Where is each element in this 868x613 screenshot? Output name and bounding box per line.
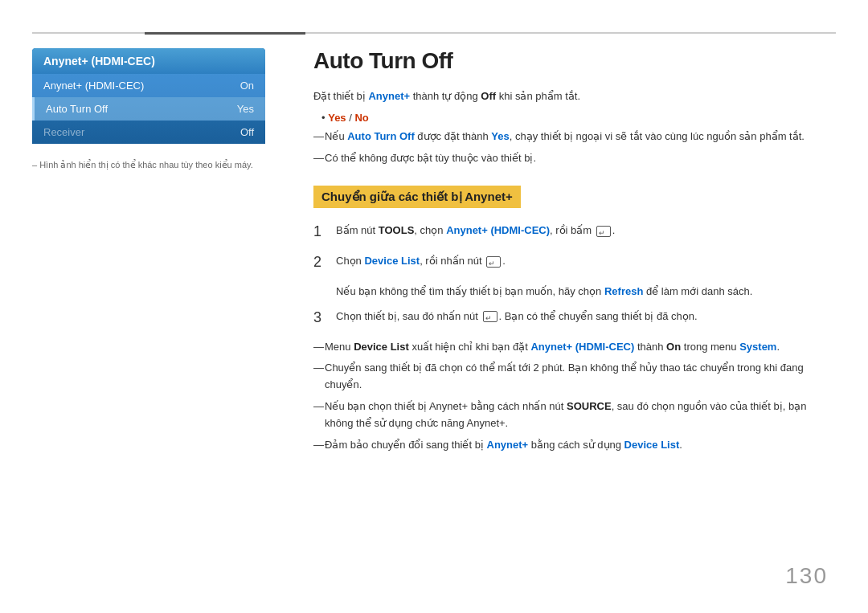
system-note1: System xyxy=(739,341,776,353)
section-heading: Chuyển giữa các thiết bị Anynet+ xyxy=(313,186,521,208)
menu-item-anynet-value: On xyxy=(240,80,254,92)
device-list-bold: Device List xyxy=(364,255,420,267)
menu-item-auto-value: Yes xyxy=(237,103,254,115)
steps-container: 1 Bấm nút TOOLS, chọn Anynet+ (HDMI-CEC)… xyxy=(313,223,836,329)
step-2-text: Chọn Device List, rồi nhấn nút . xyxy=(336,253,836,270)
menu-title: Anynet+ (HDMI-CEC) xyxy=(32,48,265,74)
menu-item-receiver-value: Off xyxy=(240,126,254,138)
step-3-text: Chọn thiết bị, sau đó nhấn nút . Bạn có … xyxy=(336,309,836,325)
note-1: Menu Device List xuất hiện chỉ khi bạn đ… xyxy=(313,339,836,356)
source-bold: SOURCE xyxy=(567,400,612,412)
refresh-bold: Refresh xyxy=(604,285,643,297)
left-panel-footnote: – Hình ảnh hiển thị có thể khác nhau tùy… xyxy=(32,160,265,170)
anynet-note4: Anynet+ xyxy=(487,439,529,451)
step-2-num: 2 xyxy=(313,251,336,274)
step-3: 3 Chọn thiết bị, sau đó nhấn nút . Bạn c… xyxy=(313,309,836,329)
divider-dark-segment xyxy=(145,32,305,35)
bold-auto-turn-off: Auto Turn Off xyxy=(347,130,415,142)
menu-item-auto-label: Auto Turn Off xyxy=(46,103,108,115)
section-heading-wrapper: Chuyển giữa các thiết bị Anynet+ xyxy=(313,171,836,219)
right-content: Auto Turn Off Đặt thiết bị Anynet+ thành… xyxy=(313,48,836,458)
left-panel: Anynet+ (HDMI-CEC) Anynet+ (HDMI-CEC) On… xyxy=(32,48,265,170)
menu-box: Anynet+ (HDMI-CEC) Anynet+ (HDMI-CEC) On… xyxy=(32,48,265,144)
step-1-text: Bấm nút TOOLS, chọn Anynet+ (HDMI-CEC), … xyxy=(336,223,836,239)
anynet-note1: Anynet+ (HDMI-CEC) xyxy=(530,341,634,353)
bold-yes-1: Yes xyxy=(491,130,509,142)
main-description: Đặt thiết bị Anynet+ thành tự động Off k… xyxy=(313,88,836,105)
page-title: Auto Turn Off xyxy=(313,48,836,74)
step-1: 1 Bấm nút TOOLS, chọn Anynet+ (HDMI-CEC)… xyxy=(313,223,836,243)
bold-anynet-desc: Anynet+ xyxy=(368,90,410,102)
step-1-num: 1 xyxy=(313,220,336,243)
tools-bold: TOOLS xyxy=(379,224,415,236)
note-2: Chuyển sang thiết bị đã chọn có thể mất … xyxy=(313,360,836,394)
enter-icon-1 xyxy=(596,226,611,237)
dash-item-2: Có thể không được bật tùy thuộc vào thiế… xyxy=(313,150,836,167)
device-list-note1: Device List xyxy=(354,341,409,353)
menu-item-anynet[interactable]: Anynet+ (HDMI-CEC) On xyxy=(32,74,265,97)
bullet-yes-no: Yes / No xyxy=(321,112,836,124)
bold-no: No xyxy=(354,112,368,124)
notes-section: Menu Device List xuất hiện chỉ khi bạn đ… xyxy=(313,339,836,454)
bold-yes: Yes xyxy=(328,112,346,124)
device-list-note4: Device List xyxy=(624,439,680,451)
menu-item-auto-turn-off[interactable]: Auto Turn Off Yes xyxy=(32,97,265,121)
note-3: Nếu bạn chọn thiết bị Anynet+ bằng cách … xyxy=(313,398,836,432)
bold-off-desc: Off xyxy=(481,90,496,102)
menu-item-receiver-label: Receiver xyxy=(43,126,84,138)
step-2: 2 Chọn Device List, rồi nhấn nút . xyxy=(313,253,836,274)
note-4: Đảm bảo chuyển đổi sang thiết bị Anynet+… xyxy=(313,437,836,454)
page-number: 130 xyxy=(785,563,828,589)
enter-icon-3 xyxy=(483,311,497,322)
step-2-sub: Nếu bạn không thể tìm thấy thiết bị bạn … xyxy=(336,284,836,300)
enter-icon-2 xyxy=(486,256,501,268)
on-note1: On xyxy=(666,341,681,353)
menu-item-receiver[interactable]: Receiver Off xyxy=(32,121,265,144)
step-3-num: 3 xyxy=(313,306,336,329)
dash-item-1: Nếu Auto Turn Off được đặt thành Yes, ch… xyxy=(313,129,836,145)
anynet-bold-1: Anynet+ (HDMI-CEC) xyxy=(446,224,550,236)
menu-item-anynet-label: Anynet+ (HDMI-CEC) xyxy=(43,80,144,92)
